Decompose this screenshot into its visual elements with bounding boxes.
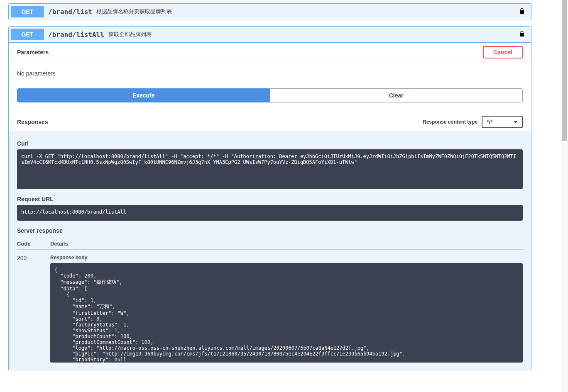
response-code: 200 bbox=[17, 255, 50, 363]
parameters-header: Parameters Cancel bbox=[9, 43, 531, 62]
endpoint-description: 根据品牌名称分页获取品牌列表 bbox=[96, 8, 519, 15]
responses-title: Responses bbox=[17, 119, 48, 125]
response-row: 200 Response body { "code": 200, "messag… bbox=[17, 250, 523, 363]
response-body-label: Response body bbox=[50, 255, 523, 261]
content-type-select[interactable]: */* bbox=[482, 116, 523, 128]
response-body[interactable]: { "code": 200, "message": "操作成功", "data"… bbox=[50, 263, 523, 363]
page-scrollbar[interactable] bbox=[561, 0, 568, 377]
http-method-badge: GET bbox=[11, 6, 44, 17]
clear-button[interactable]: Clear bbox=[270, 88, 523, 102]
request-url-value[interactable]: http://localhost:8080/brand/listAll bbox=[17, 205, 523, 221]
endpoint-description: 获取全部品牌列表 bbox=[108, 31, 519, 38]
http-method-badge: GET bbox=[11, 29, 44, 40]
response-col-code: Code bbox=[17, 241, 50, 247]
parameters-title: Parameters bbox=[17, 49, 49, 56]
endpoint-path: /brand/list bbox=[48, 8, 92, 16]
endpoint-summary[interactable]: GET /brand/listAll 获取全部品牌列表 bbox=[9, 27, 531, 43]
content-type-label: Response content type bbox=[423, 119, 477, 125]
lock-icon[interactable] bbox=[519, 7, 529, 17]
endpoint-brand-list[interactable]: GET /brand/list 根据品牌名称分页获取品牌列表 bbox=[8, 3, 531, 20]
execute-button[interactable]: Execute bbox=[17, 88, 270, 102]
request-url-label: Request URL bbox=[17, 196, 523, 202]
responses-header: Responses Response content type */* bbox=[9, 111, 531, 131]
scrollbar-thumb[interactable] bbox=[562, 0, 567, 141]
endpoint-path: /brand/listAll bbox=[48, 31, 104, 39]
endpoint-brand-listall: GET /brand/listAll 获取全部品牌列表 Parameters C… bbox=[8, 26, 531, 371]
endpoint-summary[interactable]: GET /brand/list 根据品牌名称分页获取品牌列表 bbox=[9, 4, 531, 20]
cancel-button[interactable]: Cancel bbox=[483, 46, 523, 58]
response-col-details: Details bbox=[50, 241, 523, 247]
curl-command[interactable]: curl -X GET "http://localhost:8080/brand… bbox=[17, 149, 523, 189]
lock-icon[interactable] bbox=[519, 30, 529, 39]
curl-label: Curl bbox=[17, 140, 523, 147]
no-parameters-text: No parameters bbox=[17, 70, 523, 77]
server-response-label: Server response bbox=[17, 227, 523, 234]
